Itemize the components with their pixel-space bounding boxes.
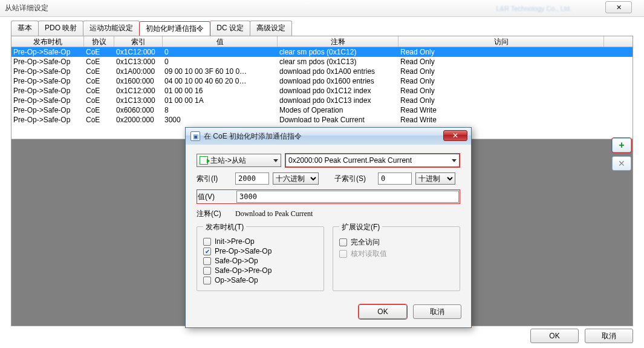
cell: clear sm pdos (0x1C13) (278, 57, 398, 67)
checkbox[interactable] (203, 238, 211, 246)
cell: Pre-Op->Safe-Op (11, 115, 84, 125)
dialog-title: 在 CoE 初始化时添加通信指令 (204, 131, 302, 142)
timing-option[interactable]: Init->Pre-Op (203, 237, 317, 246)
checkbox[interactable] (203, 277, 211, 284)
x-icon: ✕ (618, 159, 625, 168)
column-header[interactable]: 访问 (398, 36, 604, 47)
cell: Pre-Op->Safe-Op (11, 57, 84, 67)
table-row[interactable]: Pre-Op->Safe-OpCoE0x6060:0008Modes of Op… (11, 105, 633, 115)
index-format-select[interactable]: 十六进制 (273, 172, 319, 185)
comment-label: 注释(C) (197, 209, 232, 219)
cell: Read Only (398, 86, 604, 96)
add-row-button[interactable]: + (612, 138, 631, 153)
subindex-format-select[interactable]: 十进制 (415, 172, 455, 185)
cell: CoE (84, 86, 114, 96)
table-row[interactable]: Pre-Op->Safe-OpCoE0x1600:00004 00 10 00 … (11, 76, 633, 86)
cell: 0x1C13:000 (114, 96, 163, 105)
title-bar: 从站详细设定 L&R Technology Co., Ltd. ✕ (0, 0, 644, 17)
cell: 01 00 00 1A (163, 96, 278, 105)
cell: Pre-Op->Safe-Op (11, 47, 84, 57)
checkbox-label: Init->Pre-Op (215, 237, 255, 246)
index-input[interactable] (235, 172, 269, 185)
checkbox[interactable] (203, 257, 211, 265)
checkbox[interactable] (203, 267, 211, 275)
cell: Read Only (398, 67, 604, 76)
ext-option: 核对读取值 (339, 249, 454, 259)
checkbox[interactable] (339, 238, 347, 246)
station-label: 主站->从站 (210, 156, 246, 166)
cell: CoE (84, 47, 114, 57)
column-header[interactable]: 索引 (114, 36, 163, 47)
table-row[interactable]: Pre-Op->Safe-OpCoE0x1C12:0000clear sm pd… (11, 47, 633, 57)
cell: Read Write (398, 105, 604, 115)
cell: 0x6060:000 (114, 105, 163, 115)
ok-button[interactable]: OK (530, 329, 579, 343)
cell: 0x1C12:000 (114, 47, 163, 57)
close-icon: ✕ (616, 4, 622, 11)
timing-legend: 发布时机(T) (203, 222, 246, 232)
tab-5[interactable]: 高级设定 (250, 21, 292, 36)
column-header[interactable]: 协议 (84, 36, 114, 47)
checkbox (339, 250, 347, 258)
add-instruction-dialog: ▣ 在 CoE 初始化时添加通信指令 ✕ 主站->从站 0x2000:00 Pe… (185, 127, 472, 328)
table-row[interactable]: Pre-Op->Safe-OpCoE0x2000:0003000Download… (11, 115, 633, 125)
ext-option[interactable]: 完全访问 (339, 237, 454, 248)
watermark: L&R Technology Co., Ltd. (496, 5, 571, 12)
cell: 0x1C12:000 (114, 86, 163, 96)
table-body: Pre-Op->Safe-OpCoE0x1C12:0000clear sm pd… (11, 47, 633, 125)
column-header[interactable]: 注释 (278, 36, 398, 47)
cancel-button[interactable]: 取消 (585, 329, 633, 343)
timing-option[interactable]: ✔Pre-Op->Safe-Op (203, 247, 317, 255)
cell: CoE (84, 57, 114, 67)
dialog-ok-button[interactable]: OK (359, 304, 407, 319)
checkbox-label: 核对读取值 (351, 249, 387, 259)
column-header[interactable]: 值 (163, 36, 278, 47)
cell: CoE (84, 96, 114, 105)
tab-4[interactable]: DC 设定 (210, 21, 250, 36)
dialog-body: 主站->从站 0x2000:00 Peak Current.Peak Curre… (186, 145, 471, 300)
tab-0[interactable]: 基本 (11, 21, 39, 36)
checkbox-label: Safe-Op->Pre-Op (215, 266, 272, 275)
cell: download pdo 0x1C13 index (278, 96, 398, 105)
column-header[interactable]: 发布时机 (11, 36, 84, 47)
dialog-footer: OK 取消 (186, 300, 471, 327)
station-select[interactable]: 主站->从站 (197, 154, 281, 167)
cell: Pre-Op->Safe-Op (11, 105, 84, 115)
tab-1[interactable]: PDO 映射 (38, 21, 83, 36)
remove-row-button[interactable]: ✕ (612, 156, 631, 171)
extended-fieldset: 扩展设定(F) 完全访问核对读取值 (333, 226, 460, 291)
timing-option[interactable]: Safe-Op->Op (203, 257, 317, 265)
cell: 04 00 10 00 40 60 20 0… (163, 76, 278, 86)
dialog-close-button[interactable]: ✕ (443, 130, 467, 141)
value-input[interactable] (236, 191, 459, 203)
subindex-input[interactable] (378, 172, 412, 185)
tab-3[interactable]: 初始化时通信指令 (139, 21, 210, 36)
dialog-cancel-button[interactable]: 取消 (413, 304, 461, 319)
table-header: 发布时机协议索引值注释访问 (11, 36, 633, 47)
dialog-icon: ▣ (190, 131, 200, 141)
cell: Read Write (398, 115, 604, 125)
checkbox-label: Safe-Op->Op (215, 257, 258, 265)
table-row[interactable]: Pre-Op->Safe-OpCoE0x1A00:00009 00 10 00 … (11, 67, 633, 76)
cell: 01 00 00 16 (163, 86, 278, 96)
cell: download pdo 0x1600 entries (278, 76, 398, 86)
timing-option[interactable]: Op->Safe-Op (203, 276, 317, 284)
checkbox[interactable]: ✔ (203, 248, 211, 255)
table-row[interactable]: Pre-Op->Safe-OpCoE0x1C12:00001 00 00 16d… (11, 86, 633, 96)
cell: 0x2000:000 (114, 115, 163, 125)
window-close-button[interactable]: ✕ (605, 1, 632, 13)
cell: CoE (84, 105, 114, 115)
cell: Pre-Op->Safe-Op (11, 76, 84, 86)
tab-row: 基本PDO 映射运动功能设定初始化时通信指令DC 设定高级设定 (0, 17, 644, 36)
object-select[interactable]: 0x2000:00 Peak Current.Peak Current (285, 154, 460, 167)
timing-option[interactable]: Safe-Op->Pre-Op (203, 266, 317, 275)
station-icon (200, 156, 208, 165)
comment-value: Download to Peak Current (235, 209, 313, 218)
cell: 8 (163, 105, 278, 115)
cell: Read Only (398, 96, 604, 105)
table-row[interactable]: Pre-Op->Safe-OpCoE0x1C13:00001 00 00 1Ad… (11, 96, 633, 105)
table-row[interactable]: Pre-Op->Safe-OpCoE0x1C13:0000clear sm pd… (11, 57, 633, 67)
tab-2[interactable]: 运动功能设定 (83, 21, 140, 36)
index-label: 索引(I) (197, 174, 232, 184)
cell: 0x1C13:000 (114, 57, 163, 67)
